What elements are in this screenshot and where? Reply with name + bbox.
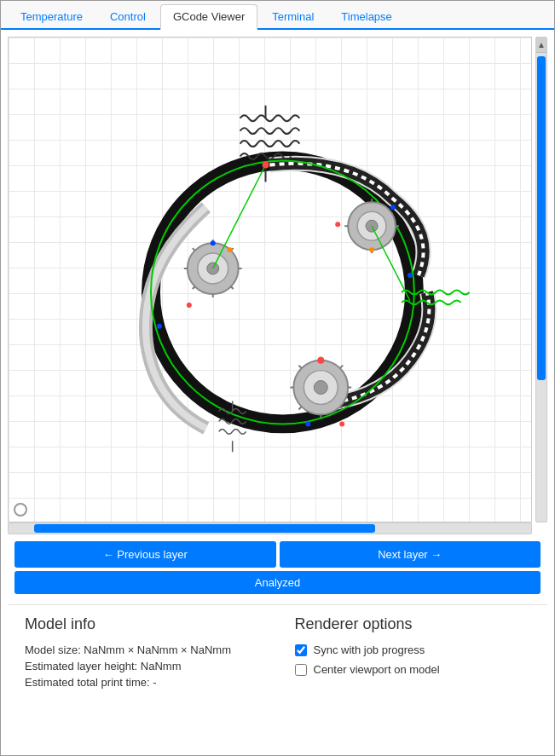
prev-layer-button[interactable]: ← Previous layer — [14, 541, 276, 568]
svg-point-45 — [157, 324, 162, 329]
svg-point-41 — [408, 273, 413, 278]
gcode-canvas[interactable] — [8, 37, 532, 522]
print-time-label: Estimated total print time: - — [25, 676, 157, 689]
svg-point-48 — [390, 205, 396, 210]
horizontal-scrollbar-thumb[interactable] — [34, 524, 375, 533]
sync-with-job-checkbox[interactable] — [295, 644, 307, 656]
svg-line-22 — [298, 407, 301, 409]
svg-point-39 — [317, 357, 324, 364]
tab-timelapse[interactable]: Timelapse — [328, 4, 404, 28]
svg-line-20 — [298, 366, 301, 368]
info-sections: Model info Model size: NaNmm × NaNmm × N… — [1, 605, 554, 702]
layer-height-label: Estimated layer height: NaNmm — [25, 660, 182, 672]
vertical-scrollbar-thumb[interactable] — [537, 56, 546, 380]
svg-point-40 — [369, 247, 374, 252]
center-viewport-checkbox[interactable] — [295, 664, 307, 676]
print-time-line: Estimated total print time: - — [25, 676, 278, 689]
svg-line-21 — [340, 366, 343, 368]
analyzed-button[interactable]: Analyzed — [14, 571, 541, 594]
center-viewport-row: Center viewport on model — [295, 663, 548, 676]
svg-point-37 — [263, 161, 269, 168]
scrollbar-up-arrow[interactable]: ▲ — [536, 38, 546, 53]
tab-control[interactable]: Control — [97, 4, 159, 28]
svg-point-44 — [187, 303, 192, 308]
tab-gcode-viewer[interactable]: GCode Viewer — [160, 4, 257, 30]
tab-temperature[interactable]: Temperature — [8, 4, 95, 28]
model-info-heading: Model info — [25, 615, 278, 633]
tab-terminal[interactable]: Terminal — [259, 4, 327, 28]
horizontal-scrollbar[interactable] — [8, 522, 532, 534]
sync-with-job-label: Sync with job progress — [314, 643, 425, 656]
tab-bar: Temperature Control GCode Viewer Termina… — [1, 1, 554, 30]
svg-point-43 — [305, 421, 310, 426]
svg-line-11 — [193, 286, 195, 289]
controls-area: ← Previous layer Next layer → Analyzed — [8, 534, 547, 597]
layer-height-line: Estimated layer height: NaNmm — [25, 660, 278, 672]
svg-point-42 — [339, 421, 344, 426]
horizontal-scrollbar-container — [8, 522, 532, 534]
renderer-options-section: Renderer options Sync with job progress … — [295, 615, 548, 692]
renderer-options-heading: Renderer options — [295, 615, 548, 633]
model-size-label: Model size: NaNmm × NaNmm × NaNmm — [25, 643, 231, 656]
vertical-scrollbar[interactable]: ▲ — [535, 37, 547, 522]
svg-point-38 — [211, 240, 216, 245]
model-size-line: Model size: NaNmm × NaNmm × NaNmm — [25, 643, 278, 656]
viewer-container: ▲ ← Previous layer Next layer → Analyzed — [1, 30, 554, 604]
corner-circle-icon — [14, 503, 27, 517]
svg-line-9 — [193, 248, 195, 251]
svg-point-26 — [366, 220, 378, 232]
gcode-visualization — [9, 38, 531, 522]
next-layer-button[interactable]: Next layer → — [280, 541, 541, 568]
model-info-section: Model info Model size: NaNmm × NaNmm × N… — [25, 615, 278, 692]
svg-point-46 — [228, 247, 233, 252]
svg-point-15 — [314, 381, 327, 395]
svg-point-47 — [335, 222, 340, 227]
center-viewport-label: Center viewport on model — [314, 663, 440, 676]
svg-line-12 — [231, 286, 234, 289]
layer-buttons: ← Previous layer Next layer → — [14, 541, 541, 568]
sync-with-job-row: Sync with job progress — [295, 643, 548, 656]
viewer-wrapper: ▲ — [8, 37, 547, 522]
svg-point-4 — [207, 263, 219, 274]
